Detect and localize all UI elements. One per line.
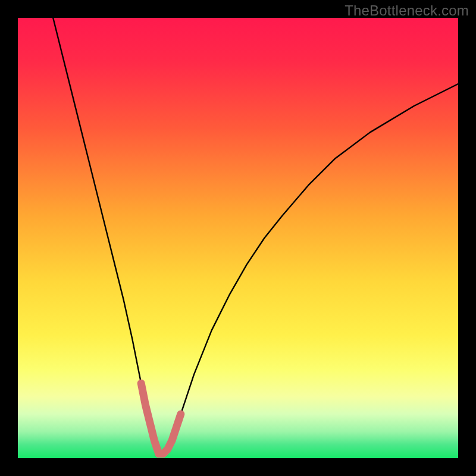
outer-frame: TheBottleneck.com: [0, 0, 476, 476]
plot-area: [18, 18, 458, 458]
optimal-region-highlight: [141, 383, 181, 453]
chart-svg: [18, 18, 458, 458]
watermark-text: TheBottleneck.com: [345, 2, 469, 19]
bottleneck-curve: [53, 18, 458, 454]
